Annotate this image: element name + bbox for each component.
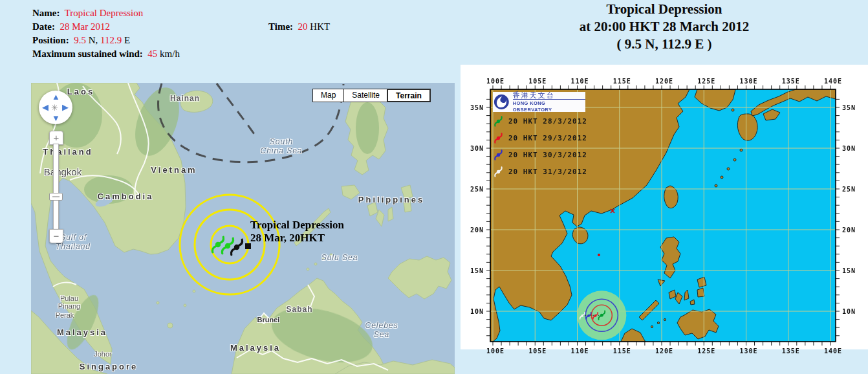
legend-label: 20 HKT 29/3/2012 [508, 134, 587, 142]
axis-tick-label: 125E [697, 347, 715, 355]
axis-tick-label: 105E [528, 347, 547, 355]
axis-tick-label: 140E [824, 347, 842, 355]
axis-tick-label: 100E [486, 347, 505, 355]
cyclone-icon [493, 116, 504, 127]
axis-tick-label: 15N [470, 267, 484, 274]
axis-tick-label: 25N [842, 186, 856, 193]
page: Name: Tropical Depression Date: 28 Mar 2… [0, 0, 868, 374]
legend-item: 20 HKT 31/3/2012 [493, 163, 587, 180]
axis-tick-label: 30N [842, 145, 856, 152]
legend-label: 20 HKT 28/3/2012 [508, 117, 587, 126]
axis-tick-label: 110E [570, 347, 589, 355]
axis-tick-label: 10N [470, 308, 484, 315]
axis-tick-label: 130E [739, 347, 757, 355]
axis-tick-label: 30N [470, 145, 484, 152]
axis-tick-label: 25N [470, 186, 484, 193]
axis-tick-label: 120E [655, 78, 673, 85]
axis-tick-label: 140E [824, 78, 842, 85]
legend-label: 20 HKT 30/3/2012 [508, 151, 587, 159]
hko-logo-chinese: 香港天文台 [513, 91, 585, 99]
axis-tick-label: 100E [486, 78, 505, 85]
axis-tick-label: 20N [470, 226, 484, 234]
axis-tick-label: 135E [782, 347, 800, 355]
hko-logo-english: HONG KONG OBSERVATORY [513, 99, 585, 113]
axis-tick-label: 10N [842, 308, 856, 315]
legend-label: 20 HKT 31/3/2012 [508, 168, 587, 176]
axis-tick-label: 20N [842, 226, 856, 234]
hko-track-map[interactable] [0, 0, 868, 374]
axis-tick-label: 135E [782, 78, 800, 85]
hko-logo: 香港天文台 HONG KONG OBSERVATORY [493, 92, 585, 112]
axis-tick-label: 35N [470, 104, 484, 111]
hko-logo-icon [493, 93, 510, 111]
legend-item: 20 HKT 29/3/2012 [493, 129, 587, 146]
axis-tick-label: 120E [655, 347, 673, 355]
axis-tick-label: 130E [739, 78, 757, 85]
cyclone-icon [493, 149, 504, 160]
axis-tick-label: 125E [697, 78, 715, 85]
axis-tick-label: 115E [613, 347, 631, 355]
forecast-storm-group [577, 291, 626, 340]
axis-tick-label: 115E [613, 78, 631, 85]
axis-tick-label: 110E [570, 78, 589, 85]
cyclone-icon [493, 133, 504, 144]
axis-tick-label: 105E [528, 78, 547, 85]
legend-item: 20 HKT 28/3/2012 [493, 113, 587, 129]
axis-tick-label: 15N [842, 267, 856, 274]
cyclone-icon [493, 166, 504, 177]
axis-tick-label: 35N [842, 104, 856, 111]
legend-item: 20 HKT 30/3/2012 [493, 146, 587, 163]
legend: 20 HKT 28/3/201220 HKT 29/3/201220 HKT 3… [493, 113, 587, 180]
